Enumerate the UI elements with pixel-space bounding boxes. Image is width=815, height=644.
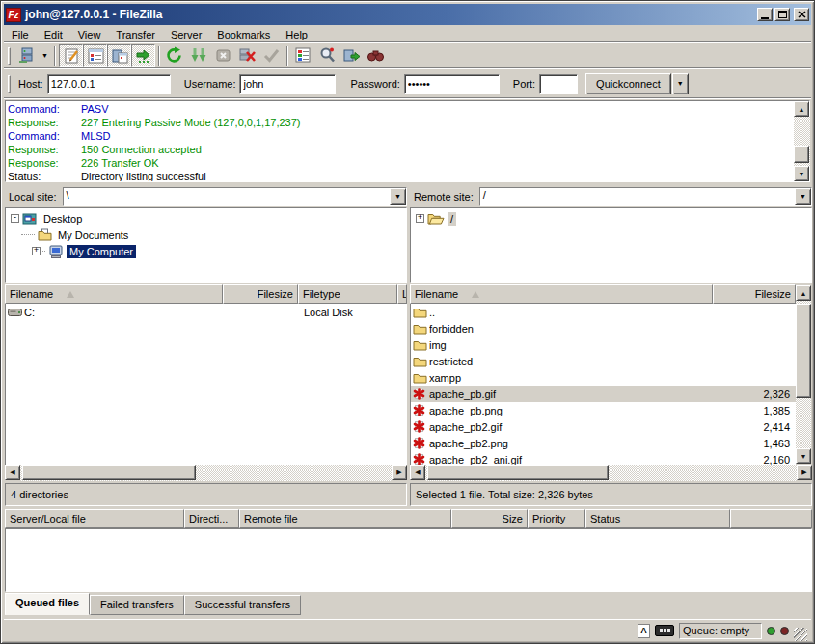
- scroll-track[interactable]: [20, 465, 392, 481]
- remote-file-row[interactable]: forbidden: [411, 320, 796, 336]
- quickconnect-dropdown[interactable]: ▼: [672, 73, 689, 94]
- site-manager-dropdown[interactable]: ▼: [39, 44, 51, 67]
- column-header-direction[interactable]: Directi...: [184, 509, 239, 528]
- host-input[interactable]: [47, 74, 171, 94]
- local-file-row[interactable]: C: Local Disk: [6, 304, 406, 320]
- scroll-left-button[interactable]: ◀: [410, 465, 425, 480]
- remote-file-row-selected[interactable]: apache_pb.gif 2,326: [411, 386, 796, 402]
- chevron-down-icon[interactable]: ▼: [390, 188, 406, 205]
- scroll-up-button[interactable]: ▲: [794, 101, 809, 117]
- tree-item-label[interactable]: My Documents: [55, 228, 131, 242]
- chevron-down-icon[interactable]: ▼: [795, 188, 811, 205]
- filesize-cell: 2,326: [719, 389, 796, 400]
- scroll-thumb[interactable]: [427, 465, 609, 480]
- menu-edit[interactable]: Edit: [37, 28, 70, 41]
- scroll-thumb[interactable]: [22, 465, 196, 480]
- remote-list-scrollbar[interactable]: ▲ ▼: [796, 284, 812, 465]
- tree-item-label-selected[interactable]: /: [448, 212, 456, 226]
- tree-item-my-computer[interactable]: + My Computer: [6, 243, 406, 259]
- queue-list[interactable]: [5, 528, 812, 592]
- tree-item-desktop[interactable]: - Desktop: [6, 210, 406, 227]
- menu-help[interactable]: Help: [278, 28, 315, 41]
- port-input[interactable]: [539, 74, 578, 94]
- expand-toggle[interactable]: +: [32, 247, 41, 255]
- password-input[interactable]: [404, 74, 500, 94]
- menu-view[interactable]: View: [70, 28, 109, 41]
- cancel-operation-button[interactable]: [211, 44, 235, 67]
- close-button[interactable]: [794, 8, 809, 21]
- synchronized-browsing-button[interactable]: [340, 44, 364, 67]
- transfer-type-indicator-icon[interactable]: A: [638, 624, 650, 638]
- column-header-priority[interactable]: Priority: [528, 509, 585, 528]
- local-site-value[interactable]: \: [64, 188, 390, 205]
- column-header-lastmodified[interactable]: L: [397, 284, 407, 304]
- menu-server[interactable]: Server: [163, 28, 209, 41]
- tree-item-label[interactable]: Desktop: [41, 212, 85, 226]
- remote-list-hscrollbar[interactable]: ◀ ▶: [410, 465, 812, 481]
- toggle-transfer-queue-button[interactable]: [131, 44, 155, 67]
- column-header-filename[interactable]: Filename: [410, 284, 713, 304]
- quickconnect-grip[interactable]: [8, 75, 11, 93]
- remote-site-combo[interactable]: / ▼: [479, 187, 812, 206]
- speed-limit-indicator-icon[interactable]: [655, 625, 674, 636]
- file-search-button[interactable]: [315, 44, 340, 67]
- scroll-right-button[interactable]: ▶: [392, 465, 407, 480]
- app-icon[interactable]: Fz: [6, 8, 21, 22]
- menu-file[interactable]: File: [4, 28, 37, 41]
- resize-grip[interactable]: [794, 628, 807, 641]
- local-list-hscrollbar[interactable]: ◀ ▶: [5, 465, 407, 481]
- menu-bookmarks[interactable]: Bookmarks: [209, 28, 278, 41]
- toolbar-grip[interactable]: [8, 47, 11, 65]
- local-site-combo[interactable]: \ ▼: [63, 187, 407, 206]
- column-header-filename[interactable]: Filename: [5, 284, 223, 304]
- site-manager-button[interactable]: [14, 44, 39, 67]
- directory-listing-filters-button[interactable]: [291, 44, 315, 67]
- tab-queued-files[interactable]: Queued files: [5, 593, 90, 615]
- column-header-filetype[interactable]: Filetype: [298, 284, 397, 304]
- maximize-button[interactable]: [774, 8, 790, 21]
- collapse-toggle[interactable]: -: [11, 214, 19, 223]
- remote-file-row[interactable]: restricted: [411, 353, 796, 369]
- column-header-remote-file[interactable]: Remote file: [239, 509, 451, 528]
- directory-comparison-button[interactable]: [364, 44, 388, 67]
- log-scrollbar[interactable]: ▲ ▼: [794, 101, 810, 181]
- remote-site-value[interactable]: /: [480, 188, 795, 205]
- column-header-server-local-file[interactable]: Server/Local file: [5, 509, 184, 528]
- remote-file-row[interactable]: xampp: [411, 369, 796, 386]
- scroll-up-button[interactable]: ▲: [796, 285, 811, 301]
- scroll-thumb[interactable]: [794, 146, 809, 163]
- refresh-button[interactable]: [163, 44, 187, 67]
- username-input[interactable]: [239, 74, 336, 94]
- remote-file-row[interactable]: ..: [411, 304, 796, 320]
- column-header-status[interactable]: Status: [585, 509, 730, 528]
- scroll-down-button[interactable]: ▼: [796, 448, 811, 464]
- process-queue-button[interactable]: [187, 44, 211, 67]
- reconnect-button[interactable]: [259, 44, 284, 67]
- scroll-left-button[interactable]: ◀: [5, 465, 20, 480]
- column-header-filesize[interactable]: Filesize: [713, 284, 796, 304]
- tree-item-root[interactable]: + /: [411, 210, 811, 227]
- menu-transfer[interactable]: Transfer: [108, 28, 163, 41]
- tab-failed-transfers[interactable]: Failed transfers: [90, 595, 184, 615]
- scroll-thumb[interactable]: [796, 304, 811, 398]
- tab-successful-transfers[interactable]: Successful transfers: [184, 595, 301, 615]
- remote-file-row[interactable]: apache_pb2.gif 2,414: [411, 418, 796, 435]
- column-header-filesize[interactable]: Filesize: [223, 284, 298, 304]
- tree-item-my-documents[interactable]: My Documents: [6, 227, 406, 243]
- remote-file-row[interactable]: apache_pb2_ani.gif 2,160: [411, 451, 796, 465]
- remote-file-row[interactable]: apache_pb.png 1,385: [411, 402, 796, 418]
- remote-file-row[interactable]: img: [411, 336, 796, 353]
- remote-file-row[interactable]: apache_pb2.png 1,463: [411, 435, 796, 451]
- scroll-down-button[interactable]: ▼: [794, 166, 809, 181]
- tree-item-label-selected[interactable]: My Computer: [67, 245, 136, 258]
- toggle-message-log-button[interactable]: [59, 44, 83, 67]
- toggle-local-treeview-button[interactable]: [83, 44, 107, 67]
- expand-toggle[interactable]: +: [416, 214, 424, 223]
- toggle-remote-treeview-button[interactable]: [107, 44, 131, 67]
- quickconnect-button[interactable]: Quickconnect: [585, 73, 671, 94]
- scroll-track[interactable]: [425, 465, 797, 481]
- scroll-right-button[interactable]: ▶: [797, 465, 812, 480]
- disconnect-button[interactable]: [235, 44, 259, 67]
- column-header-size[interactable]: Size: [451, 509, 528, 528]
- minimize-button[interactable]: [757, 8, 773, 21]
